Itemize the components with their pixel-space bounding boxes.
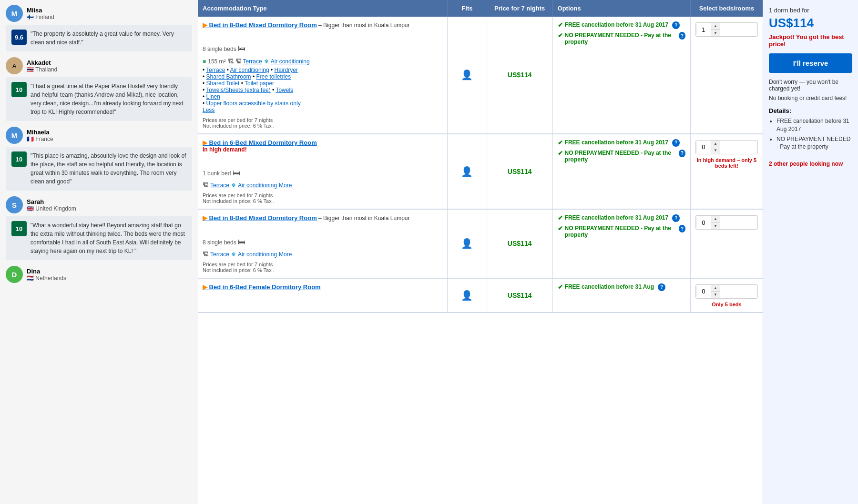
check-icon: ✔ <box>558 139 563 146</box>
room-title-link[interactable]: ▶ Bed in 8-Bed Mixed Dormitory Room <box>203 214 317 222</box>
stepper-up-button[interactable]: ▲ <box>711 23 720 30</box>
amenity-link[interactable]: Free toiletries <box>256 73 291 80</box>
show-more-link[interactable]: More <box>279 251 292 258</box>
amenity-link[interactable]: Terrace <box>210 251 229 258</box>
reviewer-header: MMiisa🇫🇮 Finland <box>6 5 192 22</box>
show-more-link[interactable]: More <box>279 182 292 189</box>
col-header-price: Price for 7 nights <box>487 0 552 17</box>
room-title-link[interactable]: ▶ Bed in 6-Bed Female Dormitory Room <box>203 283 321 291</box>
reviewer-country: 🇹🇭 Thailand <box>27 66 57 73</box>
show-less-link[interactable]: Less <box>203 107 214 113</box>
quantity-stepper[interactable]: 1▲▼ <box>695 22 758 37</box>
reviewer-name: Miisa <box>27 7 54 14</box>
help-icon[interactable]: ? <box>672 21 680 29</box>
quantity-stepper[interactable]: 0▲▼ <box>695 284 758 299</box>
person-icon: 👤 <box>461 70 473 80</box>
price-note: Prices are per bed for 7 nightsNot inclu… <box>203 117 442 129</box>
stepper-down-button[interactable]: ▼ <box>711 222 720 229</box>
table-row: ▶ Bed in 8-Bed Mixed Dormitory Room – Bi… <box>198 209 763 278</box>
amenity-link[interactable]: Hairdryer <box>275 67 298 73</box>
help-icon[interactable]: ? <box>672 139 680 147</box>
select-cell: 0▲▼In high demand – only 5 beds left! <box>690 134 763 210</box>
room-subtitle: – Bigger than most in Kuala Lumpur <box>317 22 410 29</box>
help-icon[interactable]: ? <box>679 225 685 232</box>
stepper-down-button[interactable]: ▼ <box>711 147 720 154</box>
amenity-link[interactable]: Shared Toilet <box>206 80 240 87</box>
no-fee-text: No booking or credit card fees! <box>769 95 852 101</box>
beds-info: 8 single beds 🛏 <box>203 32 442 55</box>
stepper-down-button[interactable]: ▼ <box>711 292 720 298</box>
amenity-link[interactable]: Air conditioning <box>238 182 277 189</box>
col-header-select: Select beds/rooms <box>690 0 763 17</box>
confirm-panel: 1 dorm bed for US$114 Jackpot! You got t… <box>763 0 858 504</box>
option-item: ✔NO PREPAYMENT NEEDED - Pay at the prope… <box>558 150 685 163</box>
amenity-link[interactable]: Shared Bathroom <box>206 73 251 80</box>
amenity-link[interactable]: Terrace <box>243 58 262 65</box>
stepper-up-button[interactable]: ▲ <box>711 141 720 147</box>
room-title-link[interactable]: ▶ Bed in 8-Bed Mixed Dormitory Room <box>203 21 317 29</box>
amenity-link[interactable]: Upper floors accessible by stairs only <box>206 100 301 107</box>
help-icon[interactable]: ? <box>672 214 680 222</box>
amenity-full-list: • Terrace • Air conditioning • Hairdryer… <box>203 67 442 107</box>
right-panel: Accommodation Type Fits Price for 7 nigh… <box>198 0 858 504</box>
reviewer-country: 🇬🇧 United Kingdom <box>27 205 76 212</box>
price-note: Prices are per bed for 7 nightsNot inclu… <box>203 262 442 273</box>
options-cell: ✔FREE cancellation before 31 Aug 2017?✔N… <box>552 134 690 210</box>
amenity-link[interactable]: Towels <box>276 87 293 93</box>
detail-item: NO PREPAYMENT NEEDED - Pay at the proper… <box>776 135 852 151</box>
review-text: "I had a great time at the Paper Plane H… <box>31 82 186 116</box>
option-item: ✔NO PREPAYMENT NEEDED - Pay at the prope… <box>558 32 685 45</box>
quantity-stepper[interactable]: 0▲▼ <box>695 215 758 230</box>
stepper-value: 0 <box>696 286 711 297</box>
beds-info: 8 single beds 🛏 <box>203 225 442 248</box>
reviewer-name: Sarah <box>27 198 76 205</box>
jackpot-text: Jackpot! You got the best price! <box>769 33 852 48</box>
review-card: 10"I had a great time at the Paper Plane… <box>6 77 192 121</box>
stepper-value: 0 <box>696 141 711 152</box>
amenity-link[interactable]: Air conditioning <box>271 58 310 65</box>
amenity-link[interactable]: Air conditioning <box>238 251 277 258</box>
reviewer-name: Akkadet <box>27 59 57 66</box>
options-cell: ✔FREE cancellation before 31 Aug 2017?✔N… <box>552 17 690 134</box>
person-icon: 👤 <box>461 238 473 249</box>
reviewer-country: 🇫🇷 France <box>27 136 53 142</box>
no-charge-text: Don't worry — you won't be charged yet! <box>769 79 852 92</box>
review-card: 10"This place is amazing, absoultely lov… <box>6 147 192 191</box>
stepper-up-button[interactable]: ▲ <box>711 216 720 222</box>
amenity-link[interactable]: Terrace <box>206 67 225 73</box>
price-cell: US$114 <box>487 17 552 134</box>
option-item: ✔NO PREPAYMENT NEEDED - Pay at the prope… <box>558 225 685 238</box>
options-cell: ✔FREE cancellation before 31 Aug? <box>552 278 690 312</box>
accommodation-table-area: Accommodation Type Fits Price for 7 nigh… <box>198 0 763 504</box>
avatar: A <box>6 57 23 74</box>
high-demand-label: In high demand! <box>203 146 442 153</box>
amenity-link[interactable]: Linen <box>206 93 220 100</box>
quantity-stepper[interactable]: 0▲▼ <box>695 140 758 154</box>
price-note: Prices are per bed for 7 nightsNot inclu… <box>203 192 442 204</box>
fits-cell: 👤 <box>448 278 487 312</box>
reserve-button[interactable]: I'll reserve <box>769 53 852 73</box>
confirm-dorm-text: 1 dorm bed for <box>769 7 852 14</box>
details-label: Details: <box>769 107 852 114</box>
demand-note: Only 5 beds <box>695 302 758 307</box>
check-icon: ✔ <box>558 214 563 222</box>
amenity-link[interactable]: Toilet paper <box>245 80 274 87</box>
person-icon: 👤 <box>461 290 473 301</box>
stepper-up-button[interactable]: ▲ <box>711 285 720 292</box>
check-icon: ✔ <box>558 150 563 157</box>
stepper-down-button[interactable]: ▼ <box>711 30 720 36</box>
fits-cell: 👤 <box>448 17 487 134</box>
review-card: 9.6"The property is absolutely a great v… <box>6 25 192 51</box>
help-icon[interactable]: ? <box>679 32 685 40</box>
option-item: ✔FREE cancellation before 31 Aug 2017? <box>558 21 685 29</box>
reviewer-header: MMihaela🇫🇷 France <box>6 127 192 144</box>
help-icon[interactable]: ? <box>679 150 685 157</box>
detail-item: FREE cancellation before 31 Aug 2017 <box>776 117 852 133</box>
room-title-link[interactable]: ▶ Bed in 6-Bed Mixed Dormitory Room <box>203 139 317 146</box>
amenity-link[interactable]: Terrace <box>210 182 229 189</box>
amenity-link[interactable]: Towels/Sheets (extra fee) <box>206 87 270 93</box>
check-icon: ✔ <box>558 21 563 29</box>
amenity-link[interactable]: Air conditioning <box>230 67 269 73</box>
reviews-panel: MMiisa🇫🇮 Finland9.6"The property is abso… <box>0 0 198 504</box>
help-icon[interactable]: ? <box>658 283 665 291</box>
